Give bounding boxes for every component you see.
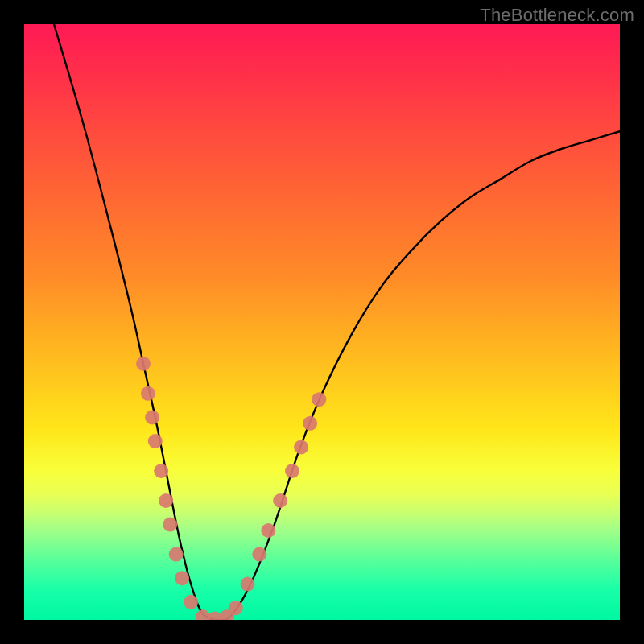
curve-marker (303, 416, 317, 431)
curve-marker (208, 612, 222, 620)
curve-svg (24, 24, 620, 620)
curve-marker (196, 609, 210, 620)
curve-markers (136, 357, 326, 620)
curve-marker (273, 493, 287, 508)
curve-marker (148, 434, 163, 448)
curve-marker (294, 440, 308, 454)
curve-marker (169, 547, 184, 562)
curve-marker (261, 523, 275, 538)
curve-marker (229, 601, 243, 615)
chart-frame: TheBottleneck.com (0, 0, 644, 644)
curve-marker (220, 609, 234, 620)
curve-marker (136, 357, 151, 371)
curve-marker (312, 392, 326, 407)
curve-marker (159, 493, 173, 508)
curve-marker (241, 577, 255, 592)
bottleneck-curve (54, 24, 620, 620)
curve-marker (252, 547, 266, 562)
plot-area (24, 24, 620, 620)
curve-marker (163, 518, 177, 532)
curve-marker (184, 595, 198, 609)
curve-marker (145, 410, 159, 424)
attribution-label: TheBottleneck.com (480, 5, 634, 26)
curve-marker (285, 464, 299, 478)
curve-marker (154, 464, 168, 478)
curve-marker (141, 386, 155, 401)
curve-marker (175, 571, 189, 585)
